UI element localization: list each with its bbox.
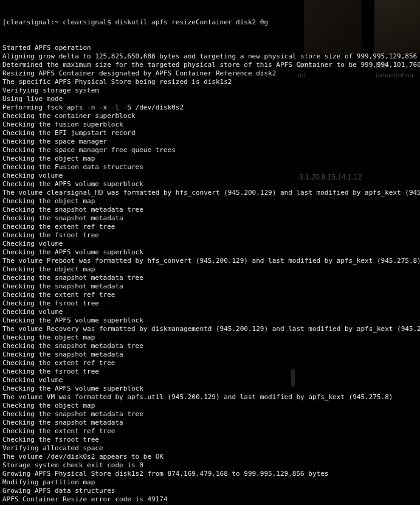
terminal-line: Checking the fusion superblock (2, 120, 418, 129)
terminal-line: Checking the container superblock (2, 112, 418, 120)
terminal-line: The volume Preboot was formatted by hfs_… (2, 257, 418, 265)
terminal-line: Checking the object map (2, 155, 418, 163)
terminal-line: Checking the space manager (2, 138, 418, 146)
terminal-line: Growing APFS data structures (2, 487, 418, 495)
terminal-line: Resizing APFS Container designated by AP… (2, 69, 418, 78)
terminal-line: The volume clearsignal_HD was formatted … (2, 189, 418, 197)
terminal-line: Checking the APFS volume superblock (2, 385, 418, 393)
terminal-line: Using live mode (2, 95, 418, 103)
terminal-line: [clearsignal:~ clearsignal$ diskutil apf… (2, 18, 418, 27)
terminal-line: Checking the snapshot metadata (2, 214, 418, 223)
terminal-line: Checking volume (2, 172, 418, 180)
terminal-line: Performing fsck_apfs -n -x -l -S /dev/di… (2, 103, 418, 112)
terminal-line: Checking the fsroot tree (2, 231, 418, 240)
terminal-line: Checking the extent ref tree (2, 291, 418, 299)
terminal-line: Checking the object map (2, 333, 418, 342)
terminal-line: Checking the EFI jumpstart record (2, 129, 418, 138)
terminal-line: Checking the fsroot tree (2, 436, 418, 444)
terminal-line: Checking the object map (2, 402, 418, 410)
terminal-line: Storage system check exit code is 0 (2, 461, 418, 470)
terminal-line: Verifying allocated space (2, 444, 418, 453)
terminal-line: Checking the space manager free queue tr… (2, 146, 418, 155)
terminal-line: Checking the snapshot metadata tree (2, 206, 418, 214)
terminal-line: Checking the snapshot metadata (2, 419, 418, 427)
terminal-line: Modifying partition map (2, 478, 418, 487)
terminal-line: The volume /dev/disk0s2 appears to be OK (2, 453, 418, 461)
terminal-line: Checking the object map (2, 197, 418, 206)
terminal-line: Checking the extent ref tree (2, 359, 418, 367)
terminal-line: Growing APFS Physical Store disk1s2 from… (2, 470, 418, 478)
terminal-line: Determined the maximum size for the targ… (2, 61, 418, 69)
terminal-line: The specific APFS Physical Store being r… (2, 78, 418, 86)
terminal-line: The volume VM was formatted by apfs.util… (2, 393, 418, 402)
terminal-line: Checking the snapshot metadata (2, 350, 418, 359)
terminal-line: Started APFS operation (2, 44, 418, 52)
terminal-line: Aligning grow delta to 125,825,650,688 b… (2, 52, 418, 61)
terminal-line: Checking the fsroot tree (2, 367, 418, 376)
terminal-line: Verifying storage system (2, 86, 418, 95)
terminal-line: Checking volume (2, 376, 418, 385)
terminal-line: Checking the extent ref tree (2, 427, 418, 436)
terminal-line: Checking the snapshot metadata (2, 282, 418, 291)
terminal-line: Checking the extent ref tree (2, 223, 418, 231)
terminal-line: APFS Container Resize error code is 4917… (2, 495, 418, 504)
terminal-line: Checking volume (2, 240, 418, 248)
terminal-line: Checking the APFS volume superblock (2, 248, 418, 257)
command-text: diskutil apfs resizeContainer disk2 0g (115, 18, 268, 26)
terminal-line: Checking the snapshot metadata tree (2, 274, 418, 282)
terminal-line: The volume Recovery was formatted by dis… (2, 325, 418, 333)
terminal-line: Checking the Fusion data structures (2, 163, 418, 172)
terminal-line: Checking the fsroot tree (2, 299, 418, 308)
terminal-output: Started APFS operationAligning grow delt… (2, 44, 418, 505)
terminal-window[interactable]: [clearsignal:~ clearsignal$ diskutil apf… (0, 0, 420, 505)
terminal-line: Checking volume (2, 308, 418, 316)
terminal-line: Checking the snapshot metadata tree (2, 410, 418, 419)
terminal-line: Checking the APFS volume superblock (2, 316, 418, 325)
shell-prompt: [clearsignal:~ clearsignal$ (2, 18, 115, 26)
terminal-line: Checking the object map (2, 265, 418, 274)
terminal-line: Checking the APFS volume superblock (2, 180, 418, 189)
terminal-line: Checking the snapshot metadata tree (2, 342, 418, 350)
